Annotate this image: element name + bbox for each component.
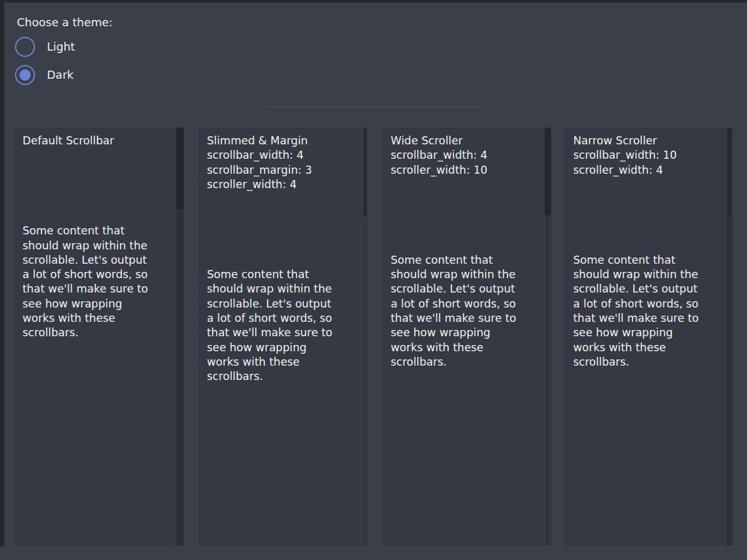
panel-body-text: Some content that should wrap within the… xyxy=(391,253,536,369)
radio-selected-dot xyxy=(19,69,31,81)
scroll-panel-slimmed-margin[interactable]: Slimmed & Margin scrollbar_width: 4 scro… xyxy=(198,128,368,546)
divider xyxy=(267,106,483,108)
radio-label-light: Light xyxy=(47,37,75,57)
panel-title: Slimmed & Margin xyxy=(207,134,352,148)
scroll-panel-narrow-scroller[interactable]: Narrow Scroller scrollbar_width: 10 scro… xyxy=(564,128,733,546)
radio-option-light[interactable]: Light xyxy=(15,37,75,57)
panel-title: Narrow Scroller xyxy=(573,134,716,148)
scrollbar-thumb[interactable] xyxy=(728,128,731,214)
window-frame-top xyxy=(0,0,747,2)
theme-chooser-label: Choose a theme: xyxy=(17,15,113,30)
panel-title: Wide Scroller xyxy=(391,134,536,148)
scroll-panel-wide-scroller[interactable]: Wide Scroller scrollbar_width: 4 scrolle… xyxy=(382,128,552,546)
panel-body-text: Some content that should wrap within the… xyxy=(573,253,716,369)
radio-option-dark[interactable]: Dark xyxy=(15,65,74,85)
panel-params: scrollbar_width: 10 scroller_width: 4 xyxy=(573,148,716,178)
radio-icon-dark xyxy=(15,65,35,85)
radio-label-dark: Dark xyxy=(47,65,74,85)
panel-body-text: Some content that should wrap within the… xyxy=(207,268,352,384)
scrollbar-thumb[interactable] xyxy=(364,128,366,216)
panel-params: scrollbar_width: 4 scroller_width: 10 xyxy=(391,148,536,178)
panel-params: scrollbar_width: 4 scrollbar_margin: 3 s… xyxy=(207,148,352,192)
panel-title: Default Scrollbar xyxy=(23,134,168,148)
panel-body-text: Some content that should wrap within the… xyxy=(23,224,168,340)
scrollbar-thumb[interactable] xyxy=(176,128,184,209)
scrollbar-thumb[interactable] xyxy=(544,128,551,216)
scroll-panel-default[interactable]: Default Scrollbar Some content that shou… xyxy=(14,128,184,546)
window-frame-left xyxy=(0,0,4,546)
radio-icon-light xyxy=(15,37,35,57)
